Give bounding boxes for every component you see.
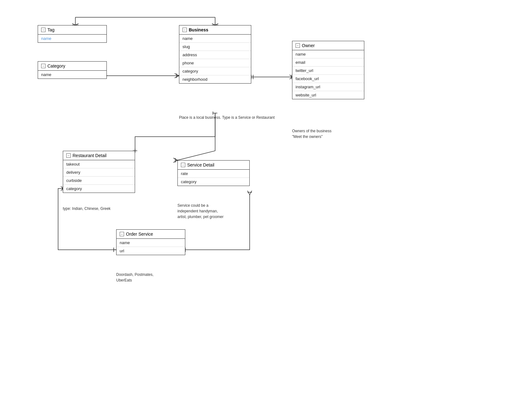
owner-field-facebook: facebook_url <box>292 75 364 83</box>
owner-entity: − Owner name email twitter_url facebook_… <box>292 41 364 99</box>
service-detail-fields: rate category <box>178 170 249 186</box>
category-entity: − Category name <box>38 61 107 79</box>
owner-header: − Owner <box>292 41 364 50</box>
owner-field-website: website_url <box>292 91 364 99</box>
tag-entity: − Tag name <box>38 25 107 43</box>
owner-note: Owners of the business"Meet the owners" <box>292 128 331 139</box>
restaurant-detail-collapse-icon[interactable]: − <box>66 153 71 158</box>
tag-title: Tag <box>47 27 55 32</box>
order-service-title: Order Service <box>126 232 153 237</box>
order-service-entity: − Order Service name url <box>116 229 185 255</box>
owner-field-name: name <box>292 50 364 58</box>
order-service-field-url: url <box>117 247 185 255</box>
svg-line-15 <box>175 76 179 78</box>
restaurant-detail-entity: − Restaurant Detail takeout delivery cur… <box>63 151 135 193</box>
restaurant-note: type: Indian, Chinese, Greek <box>63 206 111 211</box>
service-field-rate: rate <box>178 170 249 178</box>
owner-collapse-icon[interactable]: − <box>296 43 300 48</box>
category-collapse-icon[interactable]: − <box>41 64 46 68</box>
owner-title: Owner <box>302 43 315 48</box>
svg-line-14 <box>175 74 179 76</box>
business-field-name: name <box>179 35 251 43</box>
restaurant-detail-fields: takeout delivery curbside category <box>63 160 135 193</box>
tag-field-name: name <box>38 35 106 42</box>
service-detail-title: Service Detail <box>187 162 214 167</box>
business-fields: name slug address phone category neighbo… <box>179 35 251 83</box>
order-note: Doordash, Postmates,UberEats <box>116 272 154 283</box>
business-field-category: category <box>179 67 251 75</box>
service-detail-header: − Service Detail <box>178 161 249 170</box>
svg-line-20 <box>290 77 292 79</box>
business-entity: − Business name slug address phone categ… <box>179 25 251 84</box>
restaurant-field-category: category <box>63 185 135 193</box>
business-note: Place is a local business. Type is a Ser… <box>179 115 275 120</box>
business-header: − Business <box>179 25 251 35</box>
category-header: − Category <box>38 62 106 71</box>
service-detail-entity: − Service Detail rate category <box>177 160 250 186</box>
order-service-field-name: name <box>117 239 185 247</box>
order-service-collapse-icon[interactable]: − <box>120 232 124 236</box>
business-collapse-icon[interactable]: − <box>182 28 187 32</box>
owner-field-email: email <box>292 58 364 67</box>
service-note: Service could be aindependent handyman,a… <box>177 203 224 220</box>
restaurant-field-delivery: delivery <box>63 168 135 177</box>
svg-line-28 <box>173 160 178 162</box>
restaurant-field-curbside: curbside <box>63 177 135 185</box>
svg-line-19 <box>290 75 292 77</box>
restaurant-detail-title: Restaurant Detail <box>73 153 106 158</box>
service-detail-collapse-icon[interactable]: − <box>181 163 185 167</box>
business-field-slug: slug <box>179 43 251 51</box>
restaurant-field-takeout: takeout <box>63 160 135 168</box>
business-field-address: address <box>179 51 251 59</box>
connections-svg <box>0 0 532 399</box>
svg-line-35 <box>247 191 250 195</box>
restaurant-detail-header: − Restaurant Detail <box>63 151 135 160</box>
service-field-category: category <box>178 178 249 186</box>
tag-header: − Tag <box>38 25 106 35</box>
tag-fields: name <box>38 35 106 42</box>
business-title: Business <box>189 27 208 32</box>
category-field-name: name <box>38 71 106 79</box>
business-field-phone: phone <box>179 59 251 67</box>
order-service-header: − Order Service <box>117 230 185 239</box>
order-service-fields: name url <box>117 239 185 255</box>
business-field-neighborhood: neighborhood <box>179 75 251 83</box>
owner-field-twitter: twitter_url <box>292 67 364 75</box>
owner-fields: name email twitter_url facebook_url inst… <box>292 50 364 99</box>
svg-line-36 <box>250 191 252 195</box>
diagram-container: − Tag name − Category name − Business na… <box>0 0 532 399</box>
category-fields: name <box>38 71 106 79</box>
svg-line-27 <box>173 158 178 160</box>
owner-field-instagram: instagram_url <box>292 83 364 91</box>
tag-collapse-icon[interactable]: − <box>41 28 46 32</box>
category-title: Category <box>47 63 65 68</box>
